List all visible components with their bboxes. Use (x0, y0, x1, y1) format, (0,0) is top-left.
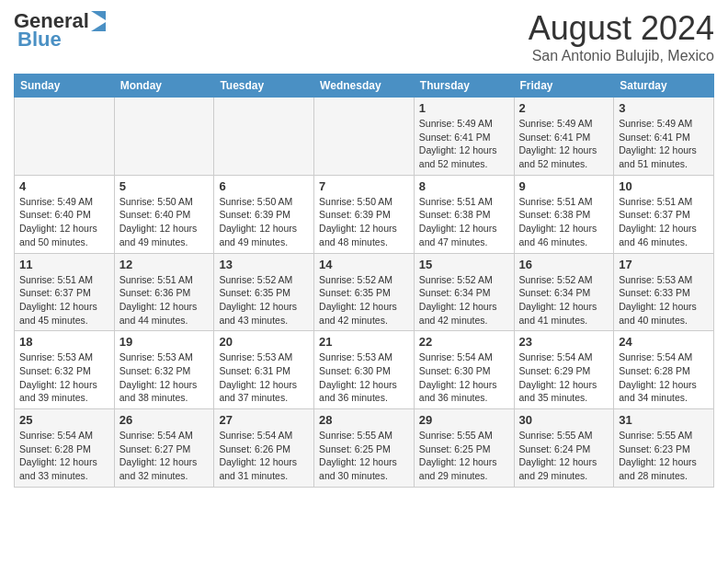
day-number: 1 (419, 101, 509, 115)
calendar-week-row: 18Sunrise: 5:53 AM Sunset: 6:32 PM Dayli… (15, 331, 714, 409)
header-sunday: Sunday (15, 75, 115, 98)
day-number: 5 (119, 179, 210, 193)
calendar-cell: 7Sunrise: 5:50 AM Sunset: 6:39 PM Daylig… (314, 175, 415, 253)
day-number: 16 (519, 258, 609, 271)
day-number: 24 (619, 335, 709, 349)
header-monday: Monday (114, 75, 214, 98)
calendar-cell: 31Sunrise: 5:55 AM Sunset: 6:23 PM Dayli… (614, 409, 714, 488)
day-number: 29 (419, 413, 509, 427)
day-number: 15 (419, 258, 509, 271)
day-info: Sunrise: 5:50 AM Sunset: 6:40 PM Dayligh… (119, 195, 210, 249)
day-info: Sunrise: 5:52 AM Sunset: 6:35 PM Dayligh… (319, 273, 409, 327)
calendar-cell: 13Sunrise: 5:52 AM Sunset: 6:35 PM Dayli… (214, 253, 314, 331)
day-number: 27 (219, 413, 309, 427)
calendar-cell: 27Sunrise: 5:54 AM Sunset: 6:26 PM Dayli… (214, 409, 314, 488)
calendar-cell: 6Sunrise: 5:50 AM Sunset: 6:39 PM Daylig… (214, 175, 314, 253)
day-number: 20 (219, 335, 309, 349)
day-info: Sunrise: 5:53 AM Sunset: 6:33 PM Dayligh… (619, 273, 709, 327)
header-saturday: Saturday (614, 75, 714, 98)
day-info: Sunrise: 5:51 AM Sunset: 6:36 PM Dayligh… (119, 273, 210, 327)
logo-arrow-top (91, 11, 106, 20)
day-info: Sunrise: 5:55 AM Sunset: 6:23 PM Dayligh… (619, 429, 709, 483)
day-info: Sunrise: 5:49 AM Sunset: 6:41 PM Dayligh… (419, 117, 509, 171)
day-info: Sunrise: 5:54 AM Sunset: 6:27 PM Dayligh… (119, 429, 210, 483)
title-block: August 2024 San Antonio Bulujib, Mexico (529, 9, 714, 64)
day-info: Sunrise: 5:54 AM Sunset: 6:28 PM Dayligh… (19, 429, 109, 483)
day-info: Sunrise: 5:53 AM Sunset: 6:32 PM Dayligh… (19, 350, 109, 405)
calendar-cell: 16Sunrise: 5:52 AM Sunset: 6:34 PM Dayli… (514, 253, 614, 331)
day-number: 4 (19, 179, 109, 193)
day-info: Sunrise: 5:49 AM Sunset: 6:40 PM Dayligh… (19, 195, 109, 249)
logo-arrow-bottom (91, 22, 106, 31)
day-number: 18 (19, 335, 109, 349)
calendar-cell: 2Sunrise: 5:49 AM Sunset: 6:41 PM Daylig… (514, 98, 614, 176)
calendar-cell: 23Sunrise: 5:54 AM Sunset: 6:29 PM Dayli… (514, 331, 614, 409)
day-number: 3 (619, 101, 709, 115)
calendar-cell: 12Sunrise: 5:51 AM Sunset: 6:36 PM Dayli… (114, 253, 214, 331)
calendar-cell: 21Sunrise: 5:53 AM Sunset: 6:30 PM Dayli… (314, 331, 415, 409)
calendar-cell (314, 98, 415, 176)
day-info: Sunrise: 5:55 AM Sunset: 6:25 PM Dayligh… (319, 429, 409, 483)
day-number: 17 (619, 258, 709, 271)
day-info: Sunrise: 5:54 AM Sunset: 6:29 PM Dayligh… (519, 350, 609, 405)
day-number: 26 (119, 413, 210, 427)
day-info: Sunrise: 5:53 AM Sunset: 6:31 PM Dayligh… (219, 350, 309, 405)
day-info: Sunrise: 5:54 AM Sunset: 6:26 PM Dayligh… (219, 429, 309, 483)
day-number: 30 (519, 413, 609, 427)
calendar-cell: 20Sunrise: 5:53 AM Sunset: 6:31 PM Dayli… (214, 331, 314, 409)
calendar-cell: 14Sunrise: 5:52 AM Sunset: 6:35 PM Dayli… (314, 253, 415, 331)
calendar-cell (214, 98, 314, 176)
calendar-cell (15, 98, 115, 176)
day-info: Sunrise: 5:52 AM Sunset: 6:34 PM Dayligh… (419, 273, 509, 327)
day-number: 9 (519, 179, 609, 193)
day-info: Sunrise: 5:52 AM Sunset: 6:35 PM Dayligh… (219, 273, 309, 327)
day-number: 19 (119, 335, 210, 349)
day-info: Sunrise: 5:49 AM Sunset: 6:41 PM Dayligh… (519, 117, 609, 171)
day-info: Sunrise: 5:52 AM Sunset: 6:34 PM Dayligh… (519, 273, 609, 327)
calendar-cell (114, 98, 214, 176)
day-info: Sunrise: 5:54 AM Sunset: 6:30 PM Dayligh… (419, 350, 509, 405)
calendar-cell: 28Sunrise: 5:55 AM Sunset: 6:25 PM Dayli… (314, 409, 415, 488)
calendar-cell: 4Sunrise: 5:49 AM Sunset: 6:40 PM Daylig… (15, 175, 115, 253)
day-number: 13 (219, 258, 309, 271)
header-thursday: Thursday (414, 75, 514, 98)
calendar-week-row: 1Sunrise: 5:49 AM Sunset: 6:41 PM Daylig… (15, 98, 714, 176)
day-number: 2 (519, 101, 609, 115)
header-tuesday: Tuesday (214, 75, 314, 98)
day-info: Sunrise: 5:51 AM Sunset: 6:38 PM Dayligh… (419, 195, 509, 249)
page-container: General Blue August 2024 San Antonio Bul… (0, 0, 728, 497)
page-header: General Blue August 2024 San Antonio Bul… (14, 9, 714, 64)
day-number: 23 (519, 335, 609, 349)
calendar-cell: 24Sunrise: 5:54 AM Sunset: 6:28 PM Dayli… (614, 331, 714, 409)
day-number: 31 (619, 413, 709, 427)
day-number: 8 (419, 179, 509, 193)
calendar-title: August 2024 (529, 9, 714, 48)
calendar-cell: 22Sunrise: 5:54 AM Sunset: 6:30 PM Dayli… (414, 331, 514, 409)
day-info: Sunrise: 5:54 AM Sunset: 6:28 PM Dayligh… (619, 350, 709, 405)
header-friday: Friday (514, 75, 614, 98)
calendar-cell: 10Sunrise: 5:51 AM Sunset: 6:37 PM Dayli… (614, 175, 714, 253)
day-info: Sunrise: 5:51 AM Sunset: 6:37 PM Dayligh… (619, 195, 709, 249)
calendar-cell: 26Sunrise: 5:54 AM Sunset: 6:27 PM Dayli… (114, 409, 214, 488)
day-number: 7 (319, 179, 409, 193)
day-number: 21 (319, 335, 409, 349)
calendar-cell: 5Sunrise: 5:50 AM Sunset: 6:40 PM Daylig… (114, 175, 214, 253)
day-info: Sunrise: 5:50 AM Sunset: 6:39 PM Dayligh… (319, 195, 409, 249)
day-number: 22 (419, 335, 509, 349)
calendar-cell: 17Sunrise: 5:53 AM Sunset: 6:33 PM Dayli… (614, 253, 714, 331)
logo: General Blue (14, 9, 106, 52)
day-number: 25 (19, 413, 109, 427)
calendar-cell: 9Sunrise: 5:51 AM Sunset: 6:38 PM Daylig… (514, 175, 614, 253)
calendar-cell: 1Sunrise: 5:49 AM Sunset: 6:41 PM Daylig… (414, 98, 514, 176)
calendar-week-row: 11Sunrise: 5:51 AM Sunset: 6:37 PM Dayli… (15, 253, 714, 331)
days-header-row: Sunday Monday Tuesday Wednesday Thursday… (15, 75, 714, 98)
header-wednesday: Wednesday (314, 75, 415, 98)
day-number: 14 (319, 258, 409, 271)
calendar-cell: 19Sunrise: 5:53 AM Sunset: 6:32 PM Dayli… (114, 331, 214, 409)
calendar-table: Sunday Monday Tuesday Wednesday Thursday… (14, 74, 714, 488)
calendar-cell: 11Sunrise: 5:51 AM Sunset: 6:37 PM Dayli… (15, 253, 115, 331)
day-number: 10 (619, 179, 709, 193)
day-info: Sunrise: 5:50 AM Sunset: 6:39 PM Dayligh… (219, 195, 309, 249)
day-number: 11 (19, 258, 109, 271)
calendar-cell: 8Sunrise: 5:51 AM Sunset: 6:38 PM Daylig… (414, 175, 514, 253)
